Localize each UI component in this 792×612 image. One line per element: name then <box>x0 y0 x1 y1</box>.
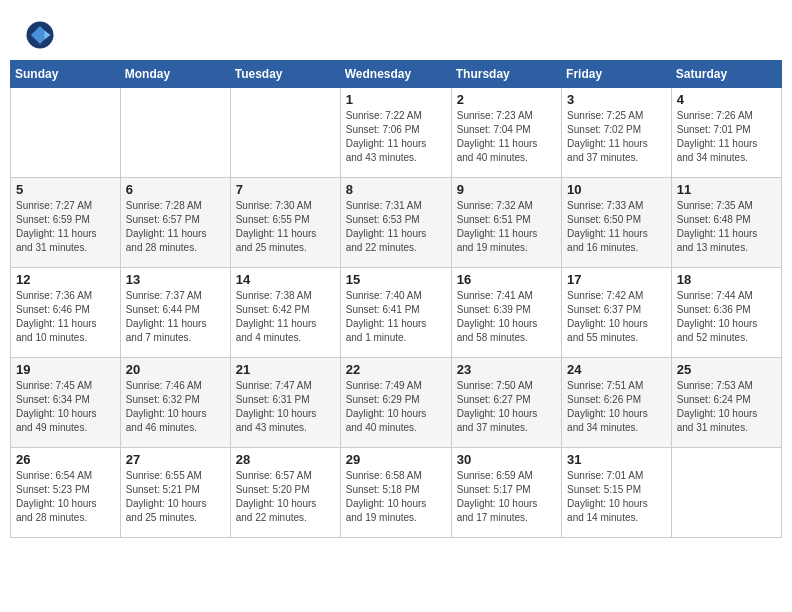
day-number: 9 <box>457 182 556 197</box>
day-info: Sunrise: 7:42 AM Sunset: 6:37 PM Dayligh… <box>567 289 666 345</box>
day-number: 5 <box>16 182 115 197</box>
day-number: 18 <box>677 272 776 287</box>
calendar-cell <box>11 88 121 178</box>
calendar-week-row: 1Sunrise: 7:22 AM Sunset: 7:06 PM Daylig… <box>11 88 782 178</box>
day-info: Sunrise: 7:28 AM Sunset: 6:57 PM Dayligh… <box>126 199 225 255</box>
day-number: 17 <box>567 272 666 287</box>
calendar-cell: 5Sunrise: 7:27 AM Sunset: 6:59 PM Daylig… <box>11 178 121 268</box>
calendar-cell: 15Sunrise: 7:40 AM Sunset: 6:41 PM Dayli… <box>340 268 451 358</box>
calendar-cell: 11Sunrise: 7:35 AM Sunset: 6:48 PM Dayli… <box>671 178 781 268</box>
day-info: Sunrise: 7:31 AM Sunset: 6:53 PM Dayligh… <box>346 199 446 255</box>
day-number: 6 <box>126 182 225 197</box>
day-info: Sunrise: 7:36 AM Sunset: 6:46 PM Dayligh… <box>16 289 115 345</box>
day-info: Sunrise: 7:47 AM Sunset: 6:31 PM Dayligh… <box>236 379 335 435</box>
calendar-cell: 17Sunrise: 7:42 AM Sunset: 6:37 PM Dayli… <box>562 268 672 358</box>
page-header <box>10 10 782 55</box>
logo-icon <box>25 20 55 50</box>
calendar-cell: 4Sunrise: 7:26 AM Sunset: 7:01 PM Daylig… <box>671 88 781 178</box>
calendar-cell: 24Sunrise: 7:51 AM Sunset: 6:26 PM Dayli… <box>562 358 672 448</box>
calendar-header-wednesday: Wednesday <box>340 61 451 88</box>
day-number: 31 <box>567 452 666 467</box>
day-info: Sunrise: 7:45 AM Sunset: 6:34 PM Dayligh… <box>16 379 115 435</box>
calendar-cell: 2Sunrise: 7:23 AM Sunset: 7:04 PM Daylig… <box>451 88 561 178</box>
calendar-week-row: 5Sunrise: 7:27 AM Sunset: 6:59 PM Daylig… <box>11 178 782 268</box>
calendar-cell: 28Sunrise: 6:57 AM Sunset: 5:20 PM Dayli… <box>230 448 340 538</box>
day-number: 23 <box>457 362 556 377</box>
day-info: Sunrise: 6:59 AM Sunset: 5:17 PM Dayligh… <box>457 469 556 525</box>
day-info: Sunrise: 7:25 AM Sunset: 7:02 PM Dayligh… <box>567 109 666 165</box>
calendar-cell: 31Sunrise: 7:01 AM Sunset: 5:15 PM Dayli… <box>562 448 672 538</box>
day-info: Sunrise: 7:33 AM Sunset: 6:50 PM Dayligh… <box>567 199 666 255</box>
calendar-cell: 3Sunrise: 7:25 AM Sunset: 7:02 PM Daylig… <box>562 88 672 178</box>
calendar-cell <box>671 448 781 538</box>
day-info: Sunrise: 7:37 AM Sunset: 6:44 PM Dayligh… <box>126 289 225 345</box>
day-info: Sunrise: 7:49 AM Sunset: 6:29 PM Dayligh… <box>346 379 446 435</box>
day-info: Sunrise: 7:40 AM Sunset: 6:41 PM Dayligh… <box>346 289 446 345</box>
calendar-cell: 27Sunrise: 6:55 AM Sunset: 5:21 PM Dayli… <box>120 448 230 538</box>
calendar-cell: 25Sunrise: 7:53 AM Sunset: 6:24 PM Dayli… <box>671 358 781 448</box>
day-info: Sunrise: 7:51 AM Sunset: 6:26 PM Dayligh… <box>567 379 666 435</box>
calendar-cell: 20Sunrise: 7:46 AM Sunset: 6:32 PM Dayli… <box>120 358 230 448</box>
calendar-cell: 10Sunrise: 7:33 AM Sunset: 6:50 PM Dayli… <box>562 178 672 268</box>
calendar-week-row: 19Sunrise: 7:45 AM Sunset: 6:34 PM Dayli… <box>11 358 782 448</box>
day-info: Sunrise: 7:23 AM Sunset: 7:04 PM Dayligh… <box>457 109 556 165</box>
day-info: Sunrise: 7:50 AM Sunset: 6:27 PM Dayligh… <box>457 379 556 435</box>
day-number: 24 <box>567 362 666 377</box>
day-info: Sunrise: 7:53 AM Sunset: 6:24 PM Dayligh… <box>677 379 776 435</box>
day-info: Sunrise: 7:01 AM Sunset: 5:15 PM Dayligh… <box>567 469 666 525</box>
day-number: 25 <box>677 362 776 377</box>
day-number: 11 <box>677 182 776 197</box>
calendar-header-friday: Friday <box>562 61 672 88</box>
day-number: 7 <box>236 182 335 197</box>
calendar-cell: 22Sunrise: 7:49 AM Sunset: 6:29 PM Dayli… <box>340 358 451 448</box>
calendar-header-tuesday: Tuesday <box>230 61 340 88</box>
calendar-cell: 19Sunrise: 7:45 AM Sunset: 6:34 PM Dayli… <box>11 358 121 448</box>
day-number: 13 <box>126 272 225 287</box>
day-number: 21 <box>236 362 335 377</box>
day-number: 8 <box>346 182 446 197</box>
day-info: Sunrise: 7:44 AM Sunset: 6:36 PM Dayligh… <box>677 289 776 345</box>
calendar-header-row: SundayMondayTuesdayWednesdayThursdayFrid… <box>11 61 782 88</box>
day-number: 28 <box>236 452 335 467</box>
calendar-cell: 6Sunrise: 7:28 AM Sunset: 6:57 PM Daylig… <box>120 178 230 268</box>
day-number: 20 <box>126 362 225 377</box>
day-info: Sunrise: 6:54 AM Sunset: 5:23 PM Dayligh… <box>16 469 115 525</box>
day-info: Sunrise: 7:32 AM Sunset: 6:51 PM Dayligh… <box>457 199 556 255</box>
calendar-cell: 26Sunrise: 6:54 AM Sunset: 5:23 PM Dayli… <box>11 448 121 538</box>
calendar-cell: 18Sunrise: 7:44 AM Sunset: 6:36 PM Dayli… <box>671 268 781 358</box>
calendar-cell: 23Sunrise: 7:50 AM Sunset: 6:27 PM Dayli… <box>451 358 561 448</box>
day-info: Sunrise: 7:22 AM Sunset: 7:06 PM Dayligh… <box>346 109 446 165</box>
day-info: Sunrise: 7:35 AM Sunset: 6:48 PM Dayligh… <box>677 199 776 255</box>
day-number: 12 <box>16 272 115 287</box>
day-info: Sunrise: 6:55 AM Sunset: 5:21 PM Dayligh… <box>126 469 225 525</box>
calendar-header-sunday: Sunday <box>11 61 121 88</box>
calendar-cell: 13Sunrise: 7:37 AM Sunset: 6:44 PM Dayli… <box>120 268 230 358</box>
day-info: Sunrise: 7:38 AM Sunset: 6:42 PM Dayligh… <box>236 289 335 345</box>
calendar-cell <box>230 88 340 178</box>
day-info: Sunrise: 7:30 AM Sunset: 6:55 PM Dayligh… <box>236 199 335 255</box>
day-info: Sunrise: 6:58 AM Sunset: 5:18 PM Dayligh… <box>346 469 446 525</box>
calendar-cell: 30Sunrise: 6:59 AM Sunset: 5:17 PM Dayli… <box>451 448 561 538</box>
day-number: 26 <box>16 452 115 467</box>
calendar-cell: 29Sunrise: 6:58 AM Sunset: 5:18 PM Dayli… <box>340 448 451 538</box>
day-info: Sunrise: 6:57 AM Sunset: 5:20 PM Dayligh… <box>236 469 335 525</box>
calendar-cell <box>120 88 230 178</box>
day-number: 14 <box>236 272 335 287</box>
calendar-table: SundayMondayTuesdayWednesdayThursdayFrid… <box>10 60 782 538</box>
day-info: Sunrise: 7:41 AM Sunset: 6:39 PM Dayligh… <box>457 289 556 345</box>
calendar-cell: 7Sunrise: 7:30 AM Sunset: 6:55 PM Daylig… <box>230 178 340 268</box>
day-number: 27 <box>126 452 225 467</box>
calendar-header-saturday: Saturday <box>671 61 781 88</box>
day-number: 16 <box>457 272 556 287</box>
day-number: 3 <box>567 92 666 107</box>
logo <box>25 20 59 50</box>
calendar-cell: 9Sunrise: 7:32 AM Sunset: 6:51 PM Daylig… <box>451 178 561 268</box>
calendar-cell: 14Sunrise: 7:38 AM Sunset: 6:42 PM Dayli… <box>230 268 340 358</box>
day-number: 1 <box>346 92 446 107</box>
calendar-cell: 12Sunrise: 7:36 AM Sunset: 6:46 PM Dayli… <box>11 268 121 358</box>
day-number: 29 <box>346 452 446 467</box>
day-number: 10 <box>567 182 666 197</box>
calendar-cell: 21Sunrise: 7:47 AM Sunset: 6:31 PM Dayli… <box>230 358 340 448</box>
day-number: 19 <box>16 362 115 377</box>
calendar-week-row: 12Sunrise: 7:36 AM Sunset: 6:46 PM Dayli… <box>11 268 782 358</box>
